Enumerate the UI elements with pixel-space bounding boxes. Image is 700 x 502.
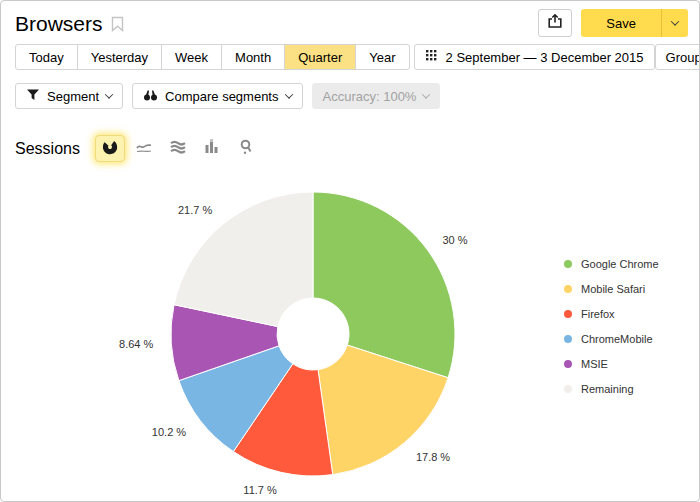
accuracy-label: Accuracy: 100% [323,89,417,104]
calendar-grid-icon [425,49,439,65]
segment-toolbar: Segment Compare segments Accuracy: 100% [1,70,699,109]
sessions-donut-chart: 30 %17.8 %11.7 %10.2 %8.64 %21.7 % Googl… [1,173,700,502]
legend-item-remaining[interactable]: Remaining [564,376,659,401]
legend-label: Remaining [581,383,634,395]
legend-color-dot [564,260,572,268]
bookmark-icon[interactable] [111,16,124,36]
slice-percent-label: 8.64 % [119,338,153,350]
period-tab-today[interactable]: Today [15,44,78,70]
period-tabs: TodayYesterdayWeekMonthQuarterYear [15,44,410,70]
save-button-label: Save [606,16,636,31]
chart-type-columns-button[interactable] [197,135,227,162]
legend-label: ChromeMobile [581,333,653,345]
legend-color-dot [564,385,572,393]
stacked-area-icon [170,139,186,159]
chart-type-donut-button[interactable] [95,135,125,162]
compare-segments-dropdown[interactable]: Compare segments [132,83,302,109]
legend-item-mobile-safari[interactable]: Mobile Safari [564,276,659,301]
line-chart-icon [136,139,152,159]
accuracy-dropdown: Accuracy: 100% [312,83,441,109]
legend-color-dot [564,285,572,293]
legend-label: Firefox [581,308,615,320]
group-by-dropdown[interactable]: Group: by day [655,44,700,70]
legend-label: Google Chrome [581,258,659,270]
period-tab-yesterday[interactable]: Yesterday [77,44,162,70]
export-button[interactable] [538,9,572,37]
period-tab-quarter[interactable]: Quarter [284,44,356,70]
legend-item-firefox[interactable]: Firefox [564,301,659,326]
binoculars-icon [143,88,158,105]
header: Browsers Save [1,1,699,37]
metric-label: Sessions [15,140,80,158]
segment-dropdown[interactable]: Segment [15,83,123,109]
chart-type-line-button[interactable] [129,135,159,162]
save-options-button[interactable] [661,9,688,37]
segment-label: Segment [47,89,99,104]
chevron-down-icon [422,90,430,98]
funnel-icon [26,88,40,105]
legend-color-dot [564,310,572,318]
slice-percent-label: 11.7 % [243,484,277,496]
legend-label: MSIE [581,358,608,370]
legend-color-dot [564,360,572,368]
pie-slice-google-chrome[interactable] [313,192,455,378]
date-range-label: 2 September — 3 December 2015 [446,50,644,65]
export-icon [547,13,563,33]
chevron-down-icon [284,90,292,98]
date-range-button[interactable]: 2 September — 3 December 2015 [414,44,655,70]
period-toolbar: TodayYesterdayWeekMonthQuarterYear 2 Sep… [1,37,699,70]
legend-label: Mobile Safari [581,283,645,295]
legend-item-msie[interactable]: MSIE [564,351,659,376]
page-title: Browsers [15,11,103,37]
group-by-label: Group: by day [666,50,700,65]
metric-row: Sessions [15,135,699,162]
legend-item-chromemobile[interactable]: ChromeMobile [564,326,659,351]
chevron-down-icon [671,17,679,25]
slice-percent-label: 21.7 % [178,204,212,216]
map-pin-icon [238,139,254,159]
slice-percent-label: 17.8 % [416,451,450,463]
period-tab-week[interactable]: Week [161,44,222,70]
chart-type-map-button[interactable] [231,135,261,162]
browsers-report-window: Browsers Save [0,0,700,502]
save-split-button: Save [581,9,688,37]
compare-segments-label: Compare segments [165,89,278,104]
period-tab-year[interactable]: Year [355,44,409,70]
save-button[interactable]: Save [581,9,661,37]
slice-percent-label: 30 % [442,234,467,246]
column-chart-icon [204,139,220,159]
chevron-down-icon [105,90,113,98]
slice-percent-label: 10.2 % [152,426,186,438]
donut-chart-icon [102,139,118,159]
chart-legend: Google ChromeMobile SafariFirefoxChromeM… [564,251,659,401]
legend-item-google-chrome[interactable]: Google Chrome [564,251,659,276]
chart-type-stacked-area-button[interactable] [163,135,193,162]
period-tab-month[interactable]: Month [221,44,285,70]
legend-color-dot [564,335,572,343]
